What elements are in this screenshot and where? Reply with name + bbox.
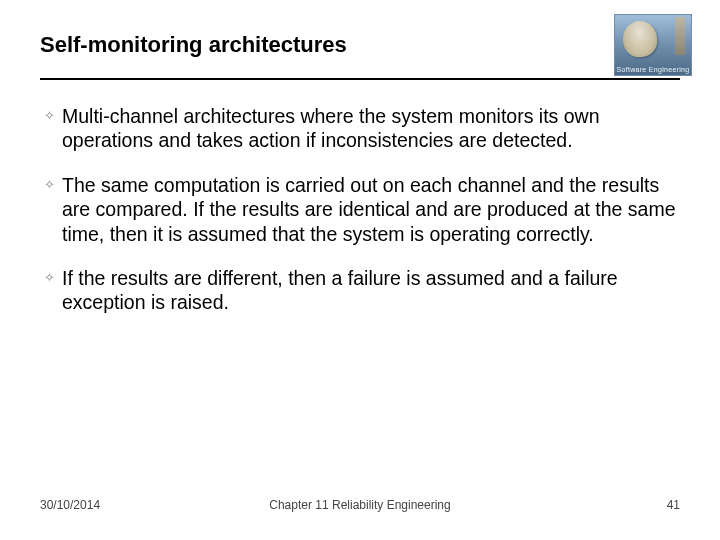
diamond-bullet-icon: ✧	[40, 108, 58, 124]
book-cover-icon: Software Engineering	[614, 14, 692, 76]
footer-chapter: Chapter 11 Reliability Engineering	[40, 498, 680, 512]
header-rule	[40, 78, 680, 80]
slide: Self-monitoring architectures Software E…	[0, 0, 720, 540]
list-item: ✧ If the results are different, then a f…	[40, 266, 680, 315]
slide-footer: 30/10/2014 Chapter 11 Reliability Engine…	[40, 498, 680, 512]
bullet-list: ✧ Multi-channel architectures where the …	[40, 104, 680, 315]
bullet-text: The same computation is carried out on e…	[62, 173, 680, 246]
logo-caption: Software Engineering	[615, 66, 691, 73]
slide-title: Self-monitoring architectures	[40, 32, 680, 76]
list-item: ✧ Multi-channel architectures where the …	[40, 104, 680, 153]
bullet-text: Multi-channel architectures where the sy…	[62, 104, 680, 153]
bullet-text: If the results are different, then a fai…	[62, 266, 680, 315]
list-item: ✧ The same computation is carried out on…	[40, 173, 680, 246]
slide-header: Self-monitoring architectures Software E…	[40, 32, 680, 76]
diamond-bullet-icon: ✧	[40, 270, 58, 286]
diamond-bullet-icon: ✧	[40, 177, 58, 193]
